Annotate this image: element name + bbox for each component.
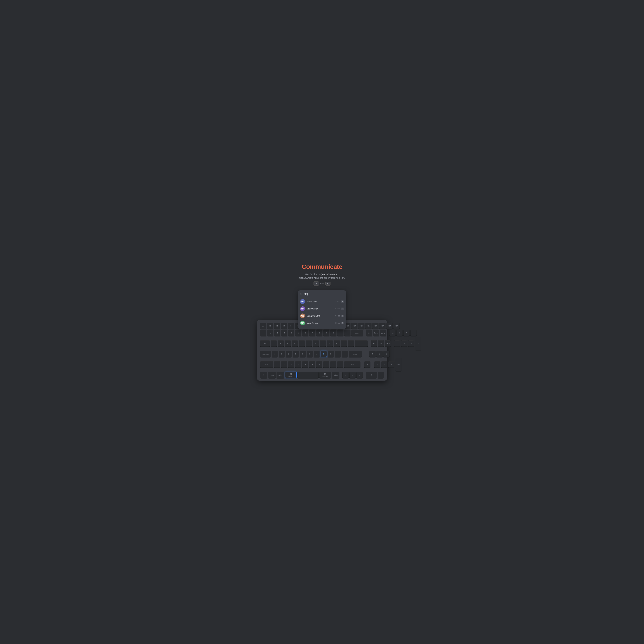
key-command-left[interactable]: ⌘ command [285,372,297,378]
key-comma[interactable]: , [323,361,329,368]
key-f15[interactable]: F15 [365,323,371,329]
key-semicolon[interactable]: ; [335,351,341,357]
key-shift-right[interactable]: shift [344,361,360,368]
result-item-4[interactable]: MA Mary Alimey Select 4 [298,319,346,327]
key-6[interactable]: 6 [302,330,308,336]
key-e[interactable]: E [285,340,291,347]
key-b[interactable]: B [302,361,308,368]
key-end[interactable]: end [378,340,384,347]
key-del[interactable]: del [371,340,377,347]
key-i[interactable]: I [320,340,326,347]
key-nminus[interactable]: - [410,330,417,336]
key-r[interactable]: R [292,340,298,347]
result-item-1[interactable]: MA Martin Alvin Select 1 [298,298,346,305]
key-n5[interactable]: 5 [376,351,383,357]
key-up[interactable]: ▲ [364,361,370,368]
key-lbracket[interactable]: [ [341,340,347,347]
key-ndot[interactable]: . [378,372,384,378]
key-nstar[interactable]: * [403,330,410,336]
key-nslash[interactable]: / [396,330,403,336]
key-down[interactable]: ▼ [349,372,356,378]
key-n2[interactable]: 2 [381,361,387,368]
key-n0[interactable]: 0 [366,372,377,378]
key-x[interactable]: X [281,361,287,368]
result-item-2[interactable]: MA Marly Alimey Select 2 [298,305,346,312]
key-pgup[interactable]: pg up [380,330,386,336]
key-5[interactable]: 5 [295,330,301,336]
key-tab[interactable]: tab [260,340,270,347]
key-m[interactable]: M [316,361,322,368]
key-f14[interactable]: F14 [358,323,364,329]
key-f[interactable]: F [293,351,299,357]
key-minus[interactable]: - [337,330,343,336]
key-n9[interactable]: 9 [408,340,414,347]
key-left[interactable]: ◀ [342,372,349,378]
key-n7[interactable]: 7 [394,340,400,347]
key-f18[interactable]: F18 [386,323,393,329]
key-4[interactable]: 4 [288,330,294,336]
key-w[interactable]: W [278,340,284,347]
key-q[interactable]: Q [271,340,277,347]
key-t[interactable]: T [299,340,305,347]
key-nenter[interactable]: enter [395,358,401,371]
key-p[interactable]: P [334,340,340,347]
key-right[interactable]: ▶ [356,372,363,378]
key-shift-left[interactable]: shift [260,361,273,368]
search-input[interactable]: Ma [304,293,308,295]
key-y[interactable]: Y [306,340,312,347]
key-period[interactable]: . [330,361,336,368]
key-7[interactable]: 7 [309,330,315,336]
key-l[interactable]: L [328,351,334,357]
key-slash[interactable]: / [337,361,343,368]
key-f17[interactable]: F17 [379,323,386,329]
key-c[interactable]: C [288,361,294,368]
key-3[interactable]: 3 [281,330,287,336]
key-9[interactable]: 9 [323,330,329,336]
key-pgdn[interactable]: pg dn [385,340,391,347]
key-a[interactable]: A [272,351,278,357]
key-k[interactable]: K [321,351,327,357]
key-ins[interactable]: ins [366,330,372,336]
key-o[interactable]: O [327,340,333,347]
key-esc[interactable]: esc [260,323,266,329]
key-n6[interactable]: 6 [383,351,390,357]
key-f13[interactable]: F13 [351,323,357,329]
key-option-left[interactable]: option [277,372,284,378]
key-f3[interactable]: F3 [281,323,287,329]
key-u[interactable]: U [313,340,319,347]
key-rbracket[interactable]: ] [348,340,354,347]
key-option-right[interactable]: option [332,372,339,378]
key-f4[interactable]: F4 [288,323,294,329]
key-command-right[interactable]: ⌘ command [319,372,331,378]
key-n[interactable]: N [309,361,315,368]
key-nplus[interactable]: + [415,337,421,350]
key-j[interactable]: J [314,351,320,357]
key-z[interactable]: Z [274,361,280,368]
key-space[interactable] [297,372,319,378]
key-d[interactable]: D [286,351,292,357]
key-backslash[interactable]: \ [355,340,368,347]
key-caps[interactable]: caps lock [260,351,271,357]
key-ctrl-left[interactable]: control [268,372,276,378]
key-backspace[interactable]: delete [351,330,363,336]
key-g[interactable]: G [300,351,306,357]
key-v[interactable]: V [295,361,301,368]
result-item-3[interactable]: MO Manny Olivera Select 3 [298,312,346,319]
key-f19[interactable]: F19 [393,323,400,329]
key-enter[interactable]: return [349,351,362,357]
key-8[interactable]: 8 [316,330,322,336]
key-n1[interactable]: 1 [374,361,380,368]
key-numlock[interactable]: num [389,330,396,336]
key-fn[interactable]: fn [260,372,267,378]
key-h[interactable]: H [307,351,313,357]
key-1[interactable]: 1 [267,330,273,336]
key-s[interactable]: S [279,351,285,357]
key-equals[interactable]: = [344,330,350,336]
key-f2[interactable]: F2 [274,323,280,329]
key-home[interactable]: home [373,330,379,336]
key-n3[interactable]: 3 [388,361,394,368]
key-quote[interactable]: ' [342,351,348,357]
key-0[interactable]: 0 [330,330,336,336]
key-n4[interactable]: 4 [369,351,376,357]
key-n8[interactable]: 8 [401,340,407,347]
